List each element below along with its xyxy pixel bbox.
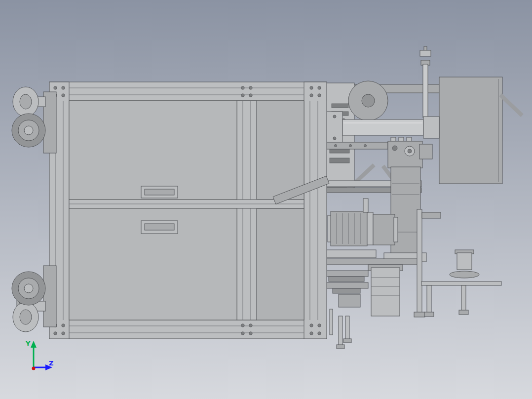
slide-plate-top [322, 250, 376, 258]
gearbox-bolt-block [407, 137, 412, 141]
plate-slot [330, 158, 349, 163]
alignment-pin[interactable] [363, 199, 368, 212]
spindle-cylinder [457, 253, 472, 270]
bolt-hole [349, 145, 352, 147]
gearbox-shaft-hole [408, 149, 412, 153]
bolt-hole [333, 137, 336, 140]
gearbox-port [392, 146, 397, 151]
z-axis-label: Z [49, 359, 53, 367]
stepper-motor-right[interactable] [373, 214, 398, 245]
lower-door[interactable] [69, 208, 237, 320]
stack-plate [329, 277, 364, 281]
drive-pulley[interactable] [348, 81, 388, 120]
fastener-hole [318, 94, 321, 97]
stack-plate [325, 271, 368, 277]
fastener-hole [241, 86, 244, 89]
outrigger-post [417, 209, 422, 314]
fastener-hole [318, 86, 321, 89]
control-box-body [439, 77, 502, 184]
table-leg [461, 285, 466, 311]
pulley-hub [362, 94, 375, 107]
motor-flange [367, 212, 373, 245]
fastener-hole [241, 324, 244, 327]
fastener-hole [62, 86, 65, 89]
fastener-hole [249, 324, 252, 327]
fastener-hole [249, 86, 252, 89]
shaft-body [342, 120, 423, 135]
fastener-hole [241, 94, 244, 97]
frame-rail-bottom [49, 320, 327, 339]
spindle-disc [450, 271, 479, 278]
vacuum-canister[interactable] [368, 265, 403, 316]
outrigger-arm [422, 212, 441, 218]
plate-slot [332, 104, 348, 108]
slide-plate-bottom [322, 259, 419, 265]
bolt-hole [333, 115, 336, 118]
y-axis-label: Y [25, 340, 31, 347]
table-foot [424, 312, 434, 317]
frame-rail-right [304, 82, 327, 339]
fastener-hole [62, 332, 65, 335]
rod-fitting-upper [420, 50, 431, 56]
rod-foot [343, 339, 351, 343]
caster-flange-hub [20, 94, 32, 109]
caster-wheel-hub [24, 284, 33, 293]
bolt-hole [364, 145, 367, 147]
motor-body [373, 214, 395, 245]
stepper-motor-left[interactable] [328, 211, 373, 246]
caster-top[interactable] [12, 87, 56, 153]
fastener-hole [318, 332, 321, 335]
fastener-hole [310, 94, 313, 97]
fastener-hole [310, 332, 313, 335]
interior-panel-lower [257, 208, 304, 320]
fastener-hole [318, 324, 321, 327]
fastener-hole [249, 332, 252, 335]
gearbox-bolt-block [391, 137, 396, 141]
shaft-coupler-right [423, 117, 439, 138]
caster-bracket [43, 266, 56, 327]
cad-window: Y Z [0, 0, 532, 399]
fastener-hole [62, 324, 65, 327]
upper-door-panel [69, 101, 237, 200]
door-handle-recess [145, 224, 174, 230]
stack-block [339, 294, 360, 307]
fastener-hole [62, 94, 65, 97]
motor-body [331, 211, 367, 246]
fastener-hole [249, 94, 252, 97]
gearbox-body [388, 141, 422, 168]
rod-thin [330, 309, 333, 335]
column-body [391, 167, 420, 263]
table-leg [427, 285, 431, 313]
x-axis-origin-dot [32, 367, 36, 370]
rod-shaft [423, 64, 428, 118]
frame-rail-top [49, 82, 327, 101]
fastener-hole [54, 86, 57, 89]
stack-plate [325, 282, 368, 288]
table-plate [421, 281, 501, 285]
gearbox-side-bracket [419, 144, 432, 159]
fastener-hole [310, 324, 313, 327]
canister-body [371, 268, 400, 316]
cad-viewport[interactable]: Y Z [0, 0, 532, 399]
motor-cap [394, 217, 398, 242]
caster-flange-hub [20, 310, 32, 324]
upper-door[interactable] [69, 101, 237, 200]
fastener-hole [310, 86, 313, 89]
fastener-hole [241, 332, 244, 335]
fastener-hole [54, 332, 57, 335]
rod-foot [337, 345, 344, 349]
table-foot [459, 310, 468, 315]
stack-plate [333, 288, 360, 293]
frame-rail-inner-vertical [237, 101, 257, 320]
rod-thin [339, 316, 342, 347]
interior-panel-upper [257, 101, 304, 200]
rod-thin [345, 316, 349, 341]
caster-bottom[interactable] [12, 266, 56, 332]
door-handle-recess [145, 189, 174, 195]
bolt-hole [335, 145, 337, 147]
caster-wheel-hub [24, 126, 33, 135]
outrigger-foot [414, 312, 425, 317]
gearbox-bolt-block [399, 137, 404, 141]
